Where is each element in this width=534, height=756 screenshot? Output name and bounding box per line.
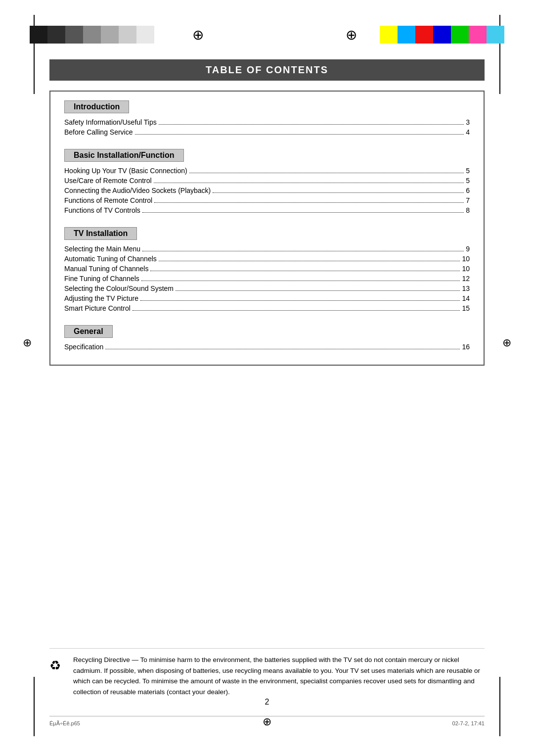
toc-page: 4	[466, 128, 470, 136]
toc-title-bar: Table Of Contents	[49, 59, 485, 81]
toc-entry-label: Fine Tuning of Channels	[64, 275, 139, 283]
toc-entry-label: Smart Picture Control	[64, 304, 131, 312]
side-crosshair-left: ⊕	[23, 336, 32, 349]
crosshair-center-left: ⊕	[189, 26, 207, 44]
toc-page: 9	[466, 245, 470, 253]
toc-dots	[159, 261, 460, 261]
color-block-near-white	[136, 26, 154, 44]
page-number: 2	[265, 698, 269, 707]
toc-dots	[176, 290, 460, 291]
toc-dots	[142, 212, 464, 213]
toc-page: 8	[466, 206, 470, 214]
toc-entry-label: Selecting the Main Menu	[64, 245, 140, 253]
toc-page: 10	[462, 265, 470, 273]
toc-entry-label: Safety Information/Useful Tips	[64, 118, 157, 126]
toc-entry: Use/Care of Remote Control5	[64, 177, 470, 185]
toc-title: Table Of Contents	[206, 64, 328, 75]
color-block-pink	[469, 26, 487, 44]
toc-dots	[141, 281, 460, 281]
toc-dots	[189, 173, 464, 173]
footer-right: 02-7-2, 17:41	[452, 720, 485, 726]
color-block-light-gray	[101, 26, 119, 44]
toc-dots	[159, 124, 464, 125]
side-line-left-bottom	[34, 677, 35, 736]
side-crosshair-right: ⊕	[502, 336, 511, 349]
color-block-gray	[83, 26, 101, 44]
toc-entry-label: Automatic Tuning of Channels	[64, 255, 157, 263]
toc-entry-label: Hooking Up Your TV (Basic Connection)	[64, 167, 187, 175]
section-header-1: Basic Installation/Function	[64, 149, 184, 162]
toc-entry: Specification16	[64, 343, 470, 351]
section-header-0: Introduction	[64, 100, 129, 113]
toc-dots	[213, 192, 464, 193]
top-bar: ⊕ ⊕	[0, 24, 534, 46]
toc-page: 7	[466, 196, 470, 204]
toc-entry-label: Before Calling Service	[64, 128, 133, 136]
toc-page: 6	[466, 187, 470, 194]
color-blocks-left	[30, 26, 154, 44]
toc-entry: Automatic Tuning of Channels10	[64, 255, 470, 263]
toc-entry: Hooking Up Your TV (Basic Connection)5	[64, 167, 470, 175]
toc-entry: Functions of TV Controls8	[64, 206, 470, 214]
color-block-dark-gray	[47, 26, 65, 44]
toc-dots	[154, 202, 464, 203]
section-header-3: General	[64, 325, 113, 338]
toc-entry-label: Functions of Remote Control	[64, 196, 152, 204]
toc-entry-label: Selecting the Colour/Sound System	[64, 284, 174, 292]
main-content: Table Of Contents IntroductionSafety Inf…	[49, 59, 485, 380]
toc-dots	[154, 183, 464, 183]
toc-page: 5	[466, 167, 470, 175]
toc-page: 16	[462, 343, 470, 351]
toc-entry: Smart Picture Control15	[64, 304, 470, 312]
toc-entry: Safety Information/Useful Tips3	[64, 118, 470, 126]
bottom-crosshair: ⊕	[263, 715, 271, 728]
color-block-very-light-gray	[119, 26, 136, 44]
toc-dots	[142, 251, 464, 251]
toc-entry: Before Calling Service4	[64, 128, 470, 136]
toc-box: IntroductionSafety Information/Useful Ti…	[49, 91, 485, 366]
section-header-2: TV Installation	[64, 227, 137, 240]
toc-dots	[105, 349, 460, 349]
bottom-note: ♻ Recycling Directive — To minimise harm…	[49, 648, 485, 697]
toc-page: 15	[462, 304, 470, 312]
toc-page: 14	[462, 294, 470, 302]
toc-page: 13	[462, 284, 470, 292]
color-block-light-cyan	[487, 26, 504, 44]
color-block-red	[415, 26, 433, 44]
recycle-icon: ♻	[49, 656, 67, 673]
toc-entry: Functions of Remote Control7	[64, 196, 470, 204]
toc-page: 12	[462, 275, 470, 283]
toc-page: 10	[462, 255, 470, 263]
toc-dots	[140, 300, 460, 301]
toc-dots	[135, 134, 464, 135]
toc-entry: Manual Tuning of Channels10	[64, 265, 470, 273]
side-line-right-bottom	[499, 677, 500, 736]
toc-entry-label: Specification	[64, 343, 103, 351]
toc-page: 5	[466, 177, 470, 185]
toc-entry-label: Connecting the Audio/Video Sockets (Play…	[64, 187, 211, 194]
toc-dots	[150, 271, 460, 271]
toc-entry: Fine Tuning of Channels12	[64, 275, 470, 283]
color-blocks-right	[380, 26, 504, 44]
toc-entry: Adjusting the TV Picture14	[64, 294, 470, 302]
toc-entry-label: Adjusting the TV Picture	[64, 294, 138, 302]
bottom-note-text: Recycling Directive — To minimise harm t…	[73, 655, 485, 697]
toc-entry: Selecting the Main Menu9	[64, 245, 470, 253]
color-block-green	[451, 26, 469, 44]
color-block-yellow	[380, 26, 398, 44]
toc-entry-label: Use/Care of Remote Control	[64, 177, 152, 185]
color-block-cyan	[398, 26, 415, 44]
color-block-medium-gray	[65, 26, 83, 44]
toc-entry-label: Functions of TV Controls	[64, 206, 140, 214]
color-block-black	[30, 26, 47, 44]
toc-dots	[133, 310, 460, 311]
crosshair-center-right: ⊕	[342, 26, 360, 44]
toc-entry-label: Manual Tuning of Channels	[64, 265, 148, 273]
toc-entry: Selecting the Colour/Sound System13	[64, 284, 470, 292]
color-block-blue	[433, 26, 451, 44]
toc-entry: Connecting the Audio/Video Sockets (Play…	[64, 187, 470, 194]
toc-page: 3	[466, 118, 470, 126]
footer-left: ÉμÃ÷Éê.p65	[49, 720, 80, 726]
